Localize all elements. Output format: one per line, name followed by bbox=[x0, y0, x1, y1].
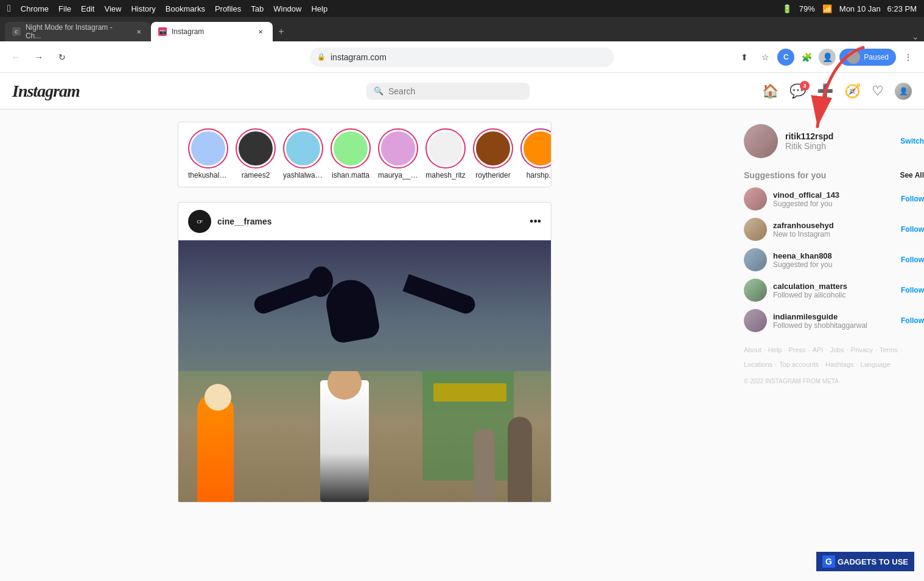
footer-link-privacy[interactable]: Privacy bbox=[851, 344, 873, 357]
tab-night-mode[interactable]: C Night Mode for Instagram - Ch... ✕ bbox=[5, 22, 151, 41]
see-all-button[interactable]: See All bbox=[900, 171, 924, 179]
apple-menu[interactable]:  bbox=[7, 3, 11, 14]
story-item-0[interactable]: thekushala... bbox=[188, 130, 228, 179]
follow-button-4[interactable]: Follow bbox=[901, 316, 924, 325]
post-image bbox=[178, 240, 551, 502]
footer-link-press[interactable]: Press bbox=[789, 344, 806, 357]
footer-link-help[interactable]: Help bbox=[768, 344, 782, 357]
tab-instagram[interactable]: 📷 Instagram ✕ bbox=[151, 22, 273, 41]
datetime: Mon 10 Jan 6:23 PM bbox=[839, 4, 917, 13]
footer-links: About · Help · Press · API · Jobs · Priv… bbox=[744, 344, 924, 371]
footer-link-about[interactable]: About bbox=[744, 344, 761, 357]
suggestion-username-0[interactable]: vinod_offical_143 bbox=[773, 190, 895, 200]
new-post-icon[interactable]: ➕ bbox=[817, 83, 833, 99]
suggestion-username-4[interactable]: indianmilesguide bbox=[773, 312, 895, 321]
story-item-1[interactable]: ramees2 bbox=[236, 130, 276, 179]
story-avatar-7 bbox=[522, 130, 551, 167]
extensions-button[interactable]: 🧩 bbox=[798, 49, 815, 66]
activity-icon[interactable]: ♡ bbox=[872, 83, 884, 99]
profiles-menu[interactable]: Profiles bbox=[215, 4, 241, 13]
story-avatar-5 bbox=[427, 130, 464, 167]
reload-button[interactable]: ↻ bbox=[54, 49, 71, 66]
suggestion-avatar-2[interactable] bbox=[744, 248, 767, 271]
chrome-tab-right-controls: ⌄ bbox=[912, 32, 919, 41]
search-input[interactable] bbox=[388, 86, 522, 96]
suggestion-avatar-0[interactable] bbox=[744, 187, 767, 210]
footer-link-hashtags[interactable]: Hashtags bbox=[825, 359, 853, 371]
follow-button-1[interactable]: Follow bbox=[901, 225, 924, 234]
messages-badge: 3 bbox=[800, 81, 810, 91]
post-more-button[interactable]: ••• bbox=[530, 215, 541, 228]
profile-nav-avatar[interactable]: 👤 bbox=[895, 83, 912, 100]
lock-icon: 🔒 bbox=[317, 53, 326, 61]
help-menu[interactable]: Help bbox=[311, 4, 327, 13]
tab-close-1[interactable]: ✕ bbox=[134, 27, 144, 37]
suggestion-avatar-4[interactable] bbox=[744, 309, 767, 332]
sidebar-user-avatar[interactable] bbox=[744, 124, 778, 158]
story-item-6[interactable]: roytherider bbox=[473, 130, 513, 179]
story-avatar-1 bbox=[237, 130, 275, 167]
story-avatar-6 bbox=[474, 130, 512, 167]
suggestion-username-2[interactable]: heena_khan808 bbox=[773, 251, 895, 260]
new-tab-button[interactable]: + bbox=[273, 23, 290, 40]
footer-link-top-accounts[interactable]: Top accounts bbox=[779, 359, 819, 371]
footer-link-jobs[interactable]: Jobs bbox=[830, 344, 844, 357]
follow-button-2[interactable]: Follow bbox=[901, 256, 924, 264]
instagram-logo[interactable]: Instagram bbox=[12, 82, 134, 101]
suggestion-avatar-1[interactable] bbox=[744, 218, 767, 241]
chrome-menu-button[interactable]: ⋮ bbox=[900, 49, 917, 66]
file-menu[interactable]: File bbox=[58, 4, 71, 13]
edit-menu[interactable]: Edit bbox=[81, 4, 94, 13]
tab-close-2[interactable]: ✕ bbox=[256, 27, 265, 37]
window-menu[interactable]: Window bbox=[273, 4, 301, 13]
footer-link-terms[interactable]: Terms bbox=[880, 344, 898, 357]
watermark: G GADGETS TO USE bbox=[816, 552, 914, 571]
story-item-5[interactable]: mahesh_ritz bbox=[425, 130, 466, 179]
suggestion-username-1[interactable]: zafranhousehyd bbox=[773, 221, 895, 230]
story-avatar-3 bbox=[332, 130, 369, 167]
search-icon: 🔍 bbox=[374, 86, 383, 96]
sidebar-username[interactable]: ritik112rspd bbox=[785, 131, 893, 141]
sidebar-switch-button[interactable]: Switch bbox=[900, 137, 924, 145]
bookmark-button[interactable]: ☆ bbox=[757, 49, 774, 66]
story-username-4: maurya__me bbox=[378, 171, 418, 179]
forward-button[interactable]: → bbox=[30, 49, 47, 66]
suggestion-reason-1: New to Instagram bbox=[773, 230, 895, 238]
back-button[interactable]: ← bbox=[7, 49, 24, 66]
address-bar[interactable]: 🔒 instagram.com bbox=[310, 47, 614, 67]
bookmarks-menu[interactable]: Bookmarks bbox=[166, 4, 205, 13]
view-menu[interactable]: View bbox=[104, 4, 121, 13]
post-header: CF cine__frames ••• bbox=[178, 203, 551, 240]
share-button[interactable]: ⬆ bbox=[736, 49, 753, 66]
story-item-4[interactable]: maurya__me bbox=[378, 130, 418, 179]
story-item-3[interactable]: ishan.matta bbox=[331, 130, 371, 179]
story-username-5: mahesh_ritz bbox=[425, 171, 465, 179]
suggestion-username-3[interactable]: calculation_matters bbox=[773, 282, 895, 291]
explore-icon[interactable]: 🧭 bbox=[844, 83, 861, 99]
follow-button-0[interactable]: Follow bbox=[901, 195, 924, 203]
chrome-menu[interactable]: Chrome bbox=[21, 4, 49, 13]
post-avatar[interactable]: CF bbox=[188, 210, 211, 233]
suggestion-avatar-3[interactable] bbox=[744, 279, 767, 302]
paused-label: Paused bbox=[864, 53, 889, 61]
footer-link-locations[interactable]: Locations bbox=[744, 359, 772, 371]
extension-c-button[interactable]: C bbox=[777, 49, 794, 66]
footer-link-api[interactable]: API bbox=[813, 344, 824, 357]
story-username-6: roytherider bbox=[475, 171, 510, 179]
post-username[interactable]: cine__frames bbox=[217, 217, 272, 226]
story-item-7[interactable]: harshp... bbox=[520, 130, 551, 179]
tab-menu[interactable]: Tab bbox=[251, 4, 264, 13]
footer-link-language[interactable]: Language bbox=[861, 359, 891, 371]
paused-button[interactable]: Paused bbox=[839, 49, 896, 66]
ig-feed[interactable]: thekushala... ramees2 yashlalwan... isha… bbox=[0, 110, 729, 581]
story-item-2[interactable]: yashlalwan... bbox=[283, 130, 323, 179]
profile-avatar-button[interactable]: 👤 bbox=[819, 49, 836, 66]
home-icon[interactable]: 🏠 bbox=[762, 83, 779, 99]
search-box[interactable]: 🔍 bbox=[366, 83, 530, 100]
history-menu[interactable]: History bbox=[131, 4, 155, 13]
messages-icon[interactable]: 💬 3 bbox=[789, 83, 806, 99]
suggestions-header: Suggestions for you See All bbox=[744, 170, 924, 180]
stories-container: thekushala... ramees2 yashlalwan... isha… bbox=[178, 122, 551, 187]
follow-button-3[interactable]: Follow bbox=[901, 286, 924, 294]
tab-strip-icon[interactable]: ⌄ bbox=[912, 32, 919, 41]
